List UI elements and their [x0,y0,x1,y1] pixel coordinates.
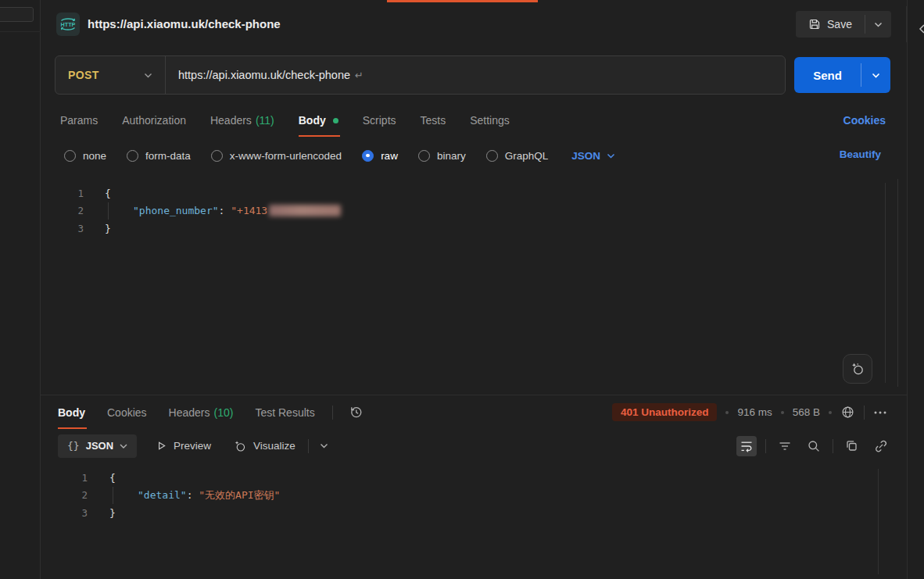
tools-divider [833,439,833,453]
body-type-row: none form-data x-www-form-urlencoded raw… [64,144,615,167]
line-number: 2 [41,489,88,501]
status-divider [864,406,865,420]
editor-panel-border [897,179,898,387]
response-status-bar: 401 Unauthorized 916 ms 568 B [612,395,887,429]
indent-guide [108,202,109,220]
method-selector[interactable]: POST [56,69,165,81]
method-label: POST [68,69,99,81]
response-tab-headers[interactable]: Headers (10) [169,395,234,429]
save-button[interactable]: Save [796,11,891,38]
tab-settings[interactable]: Settings [470,104,510,137]
code-line: 1 { [41,184,907,202]
raw-format-dropdown[interactable]: JSON [571,150,615,162]
filter-icon[interactable] [775,436,795,456]
wrap-text-icon[interactable] [736,436,757,456]
request-title: https://api.xiaomu.uk/check-phone [88,17,281,30]
send-options-chevron-icon[interactable] [861,57,890,93]
radio-icon [211,150,223,162]
active-tab-indicator [387,0,538,2]
toolbar-chevron-icon[interactable] [320,443,328,449]
tab-tests[interactable]: Tests [421,104,446,137]
bodytype-graphql[interactable]: GraphQL [486,150,549,162]
line-number: 2 [41,205,84,216]
url-row: POST https://api.xiaomu.uk/check-phone↵ … [41,55,907,97]
tab-headers[interactable]: Headers (11) [210,104,274,137]
chevron-down-icon [607,153,615,159]
json-value: "+1413 [231,205,267,216]
visualize-button[interactable]: Visualize [233,439,295,453]
dot-separator-icon [829,411,832,414]
line-number: 1 [41,188,84,199]
radio-icon [486,150,498,162]
redacted-phone-value [269,205,341,216]
sparkle-circle-icon [233,439,247,453]
copy-icon[interactable] [842,436,862,456]
more-options-icon[interactable] [873,410,887,415]
json-key: "detail" [138,489,187,501]
response-tabs: Body Cookies Headers (10) Test Results [58,395,364,429]
response-body-editor[interactable]: 1 { 2 "detail": "无效的API密钥" 3 } [41,466,907,579]
response-format-dropdown[interactable]: {} JSON [58,434,137,458]
request-header: HTTP https://api.xiaomu.uk/check-phone S… [41,0,907,48]
response-size[interactable]: 568 B [793,406,820,418]
response-scrollbar[interactable] [878,469,879,574]
response-tab-body[interactable]: Body [58,395,85,429]
bodytype-binary[interactable]: binary [418,150,466,162]
search-icon[interactable] [804,436,824,456]
bodytype-form-data[interactable]: form-data [127,150,191,162]
beautify-link[interactable]: Beautify [840,148,881,160]
radio-icon [64,150,76,162]
tab-scripts[interactable]: Scripts [363,104,396,137]
play-icon [156,440,167,452]
body-modified-dot-icon [333,118,338,123]
response-time[interactable]: 916 ms [737,406,772,418]
bodytype-none[interactable]: none [64,150,106,162]
radio-icon [127,150,138,162]
send-button[interactable]: Send [794,57,890,93]
toolbar-divider [308,439,309,453]
code-line: 2 "phone_number": "+1413 [41,202,907,220]
network-globe-icon[interactable] [840,405,855,420]
line-number: 3 [41,223,84,234]
code-line: 2 "detail": "无效的API密钥" [41,487,907,505]
tab-params[interactable]: Params [60,104,98,137]
svg-text:HTTP: HTTP [61,21,76,28]
indent-guide [113,487,113,505]
link-icon[interactable] [871,436,891,456]
right-rail [907,0,924,579]
response-tab-test-results[interactable]: Test Results [255,395,314,429]
json-value: "无效的API密钥" [199,489,280,501]
response-toolbar: {} JSON Preview Visualize [58,434,891,458]
json-key: "phone_number" [133,205,219,216]
response-tabs-divider [332,406,333,420]
code-line: 3 } [41,504,907,522]
save-options-chevron-icon[interactable] [865,11,891,38]
sidebar-tab-stub[interactable] [0,7,34,22]
url-input[interactable]: https://api.xiaomu.uk/check-phone↵ [166,69,364,81]
sidebar-divider [0,31,41,32]
code-line: 3 } [41,220,907,238]
save-label: Save [827,18,852,30]
response-tab-cookies[interactable]: Cookies [107,395,147,429]
tab-body[interactable]: Body [299,104,338,137]
method-chevron-icon [144,73,152,78]
status-badge[interactable]: 401 Unauthorized [612,403,718,421]
collapse-panel-icon[interactable] [917,23,924,34]
bodytype-raw[interactable]: raw [362,150,398,162]
radio-selected-icon [362,150,374,162]
chevron-down-icon [120,444,127,449]
sparkle-circle-icon [850,361,865,377]
tools-divider [765,439,766,453]
tab-authorization[interactable]: Authorization [122,104,186,137]
preview-button[interactable]: Preview [156,440,211,452]
history-icon[interactable] [349,405,364,420]
request-body-editor[interactable]: 1 { 2 "phone_number": "+1413 3 } [41,177,907,395]
code-line: 1 { [41,469,907,487]
response-headers-count-badge: (10) [214,406,234,419]
postbot-visualize-button[interactable] [843,354,872,384]
dot-separator-icon [725,411,729,414]
editor-scrollbar[interactable] [885,183,886,383]
bodytype-urlencoded[interactable]: x-www-form-urlencoded [211,150,342,162]
cookies-link[interactable]: Cookies [843,114,886,127]
response-tools [736,436,891,456]
